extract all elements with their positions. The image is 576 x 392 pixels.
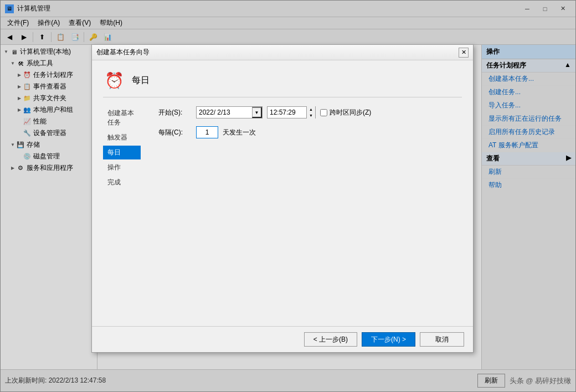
start-time-input[interactable] [268,107,306,118]
nav-action[interactable]: 操作 [103,161,141,174]
dialog-header: ⏰ 每日 [103,69,462,97]
nav-trigger[interactable]: 触发器 [103,131,141,145]
start-row: 开始(S): ▼ ▲ ▼ [158,106,462,118]
time-down-btn[interactable]: ▼ [307,112,315,118]
dialog-close-button[interactable]: ✕ [459,48,469,58]
create-task-dialog: 创建基本任务向导 ✕ ⏰ 每日 创建基本任务 触发器 每日 操作 完成 [91,44,474,353]
dialog-overlay: 创建基本任务向导 ✕ ⏰ 每日 创建基本任务 触发器 每日 操作 完成 [0,0,576,392]
dialog-left-nav: 创建基本任务 触发器 每日 操作 完成 [103,106,147,317]
dialog-footer: < 上一步(B) 下一步(N) > 取消 [92,326,473,352]
dialog-title-bar: 创建基本任务向导 ✕ [92,45,473,60]
date-picker[interactable]: ▼ [196,106,263,118]
time-up-btn[interactable]: ▲ [307,106,315,112]
interval-row: 每隔(C): 天发生一次 [158,126,462,138]
dialog-title: 创建基本任务向导 [96,48,150,57]
time-picker[interactable]: ▲ ▼ [267,106,316,118]
timezone-label: 跨时区同步(Z) [330,108,371,117]
time-spinner: ▲ ▼ [306,106,315,118]
timezone-wrap: 跨时区同步(Z) [320,108,371,117]
dialog-body: ⏰ 每日 创建基本任务 触发器 每日 操作 完成 开始(S [92,60,473,326]
clock-icon: ⏰ [105,71,124,90]
start-label: 开始(S): [158,108,192,117]
nav-complete[interactable]: 完成 [103,176,141,189]
dialog-header-icon: ⏰ [103,69,125,91]
cancel-button[interactable]: 取消 [420,332,464,347]
nav-create-basic[interactable]: 创建基本任务 [103,106,141,130]
dialog-content: 创建基本任务 触发器 每日 操作 完成 开始(S): ▼ [103,106,462,317]
dialog-header-title: 每日 [132,75,150,86]
interval-suffix: 天发生一次 [223,128,256,137]
start-date-input[interactable] [197,107,252,118]
next-button[interactable]: 下一步(N) > [362,332,415,347]
date-dropdown-btn[interactable]: ▼ [252,107,262,118]
interval-label: 每隔(C): [158,128,192,137]
dialog-form: 开始(S): ▼ ▲ ▼ [147,106,462,317]
interval-input[interactable] [196,126,218,138]
timezone-checkbox[interactable] [320,109,327,116]
back-button[interactable]: < 上一步(B) [304,332,357,347]
nav-daily[interactable]: 每日 [103,146,141,159]
